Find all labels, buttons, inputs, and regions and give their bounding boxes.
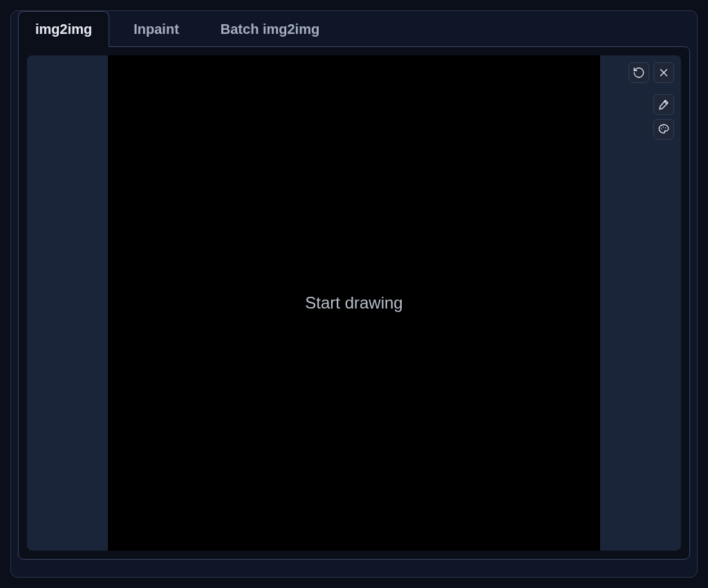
svg-point-4 [663,127,664,128]
color-picker-button[interactable] [653,119,674,140]
undo-button[interactable] [628,62,649,83]
svg-point-5 [665,127,667,129]
canvas-toolbar-right [653,94,674,140]
canvas-placeholder-text: Start drawing [305,293,402,313]
tab-label: Inpaint [133,21,179,37]
tab-label: img2img [35,21,92,37]
canvas-wrapper: Start drawing [27,55,681,551]
tab-img2img[interactable]: img2img [18,11,109,47]
svg-point-3 [661,128,662,129]
tab-label: Batch img2img [221,21,319,37]
content-frame: Start drawing [18,46,690,560]
brush-icon [658,98,670,111]
drawing-canvas[interactable]: Start drawing [108,55,600,551]
close-icon [658,66,670,79]
tab-inpaint[interactable]: Inpaint [116,11,196,47]
tab-batch-img2img[interactable]: Batch img2img [203,11,337,47]
palette-icon [658,123,670,136]
main-panel: img2img Inpaint Batch img2img Start draw… [10,10,698,578]
tab-bar: img2img Inpaint Batch img2img [11,11,697,47]
canvas-toolbar-top [628,62,674,83]
brush-button[interactable] [653,94,674,115]
undo-icon [633,66,645,79]
close-button[interactable] [653,62,674,83]
